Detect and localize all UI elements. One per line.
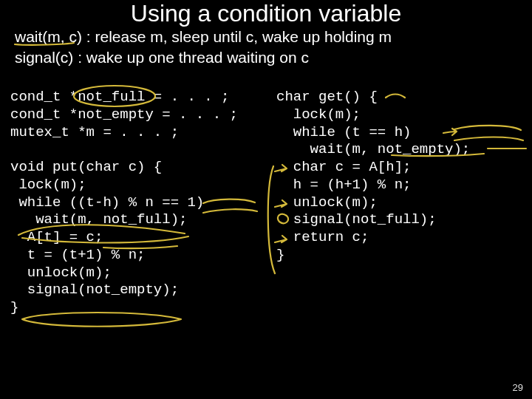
code-right-column: char get() { lock(m); while (t == h) wai… bbox=[276, 89, 520, 265]
signal-definition: signal(c) : wake up one thread waiting o… bbox=[15, 47, 392, 68]
code-declarations: cond_t *not_full = . . . ; cond_t *not_e… bbox=[10, 89, 238, 140]
code-get-function: char get() { lock(m); while (t == h) wai… bbox=[276, 89, 470, 263]
code-put-function: void put(char c) { lock(m); while ((t-h)… bbox=[10, 159, 204, 316]
code-area: cond_t *not_full = . . . ; cond_t *not_e… bbox=[10, 89, 522, 377]
definitions-block: wait(m, c) : release m, sleep until c, w… bbox=[15, 27, 392, 69]
wait-definition: wait(m, c) : release m, sleep until c, w… bbox=[15, 27, 392, 47]
slide: Using a condition variable wait(m, c) : … bbox=[0, 0, 532, 399]
page-number: 29 bbox=[513, 382, 523, 393]
code-left-column: cond_t *not_full = . . . ; cond_t *not_e… bbox=[10, 89, 269, 317]
slide-title: Using a condition variable bbox=[0, 0, 532, 27]
